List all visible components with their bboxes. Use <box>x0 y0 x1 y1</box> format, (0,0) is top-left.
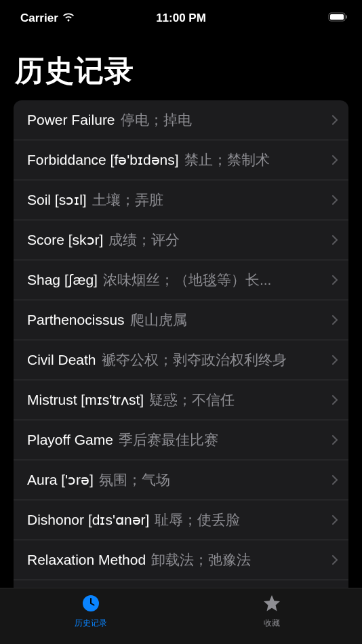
chevron-right-icon <box>332 355 338 365</box>
chevron-right-icon <box>332 315 338 325</box>
list-item-def: 停电；掉电 <box>121 110 192 129</box>
list-item-def: 爬山虎属 <box>130 310 187 329</box>
carrier-label: Carrier <box>20 12 58 25</box>
list-item-term: Forbiddance [fə'bɪdəns] <box>27 152 179 168</box>
list-item-content: Playoff Game 季后赛最佳比赛 <box>27 430 325 449</box>
list-item-term: Power Failure <box>27 112 115 128</box>
history-list: Power Failure 停电；掉电 Forbiddance [fə'bɪdə… <box>14 100 348 620</box>
list-item-def: 耻辱；使丢脸 <box>155 510 240 529</box>
list-item-def: 土壤；弄脏 <box>92 190 163 209</box>
tab-bar: 历史记录 收藏 <box>0 588 362 644</box>
list-item-def: 浓味烟丝；（地毯等）长... <box>103 270 272 289</box>
list-item-def: 褫夺公权；剥夺政治权利终身 <box>102 350 287 369</box>
chevron-right-icon <box>332 195 338 205</box>
chevron-right-icon <box>332 235 338 245</box>
chevron-right-icon <box>332 275 338 285</box>
list-item[interactable]: Soil [sɔɪl] 土壤；弄脏 <box>14 180 348 220</box>
chevron-right-icon <box>332 435 338 445</box>
list-item-term: Relaxation Method <box>27 552 146 568</box>
list-item-def: 季后赛最佳比赛 <box>119 430 218 449</box>
list-item-term: Civil Death <box>27 352 96 368</box>
chevron-right-icon <box>332 475 338 485</box>
tab-favorites[interactable]: 收藏 <box>181 588 362 630</box>
list-item-term: Shag [ʃæg] <box>27 272 98 288</box>
battery-icon <box>328 12 348 25</box>
list-item[interactable]: Power Failure 停电；掉电 <box>14 100 348 140</box>
list-item-term: Aura ['ɔrə] <box>27 472 94 488</box>
list-item-term: Soil [sɔɪl] <box>27 192 87 208</box>
list-item-content: Shag [ʃæg] 浓味烟丝；（地毯等）长... <box>27 270 325 289</box>
star-icon <box>262 594 281 616</box>
chevron-right-icon <box>332 515 338 525</box>
list-item-content: Dishonor [dɪs'ɑnər] 耻辱；使丢脸 <box>27 510 325 529</box>
chevron-right-icon <box>332 115 338 125</box>
svg-rect-2 <box>346 16 348 19</box>
list-item[interactable]: Mistrust [mɪs'trʌst] 疑惑；不信任 <box>14 380 348 420</box>
list-item[interactable]: Civil Death 褫夺公权；剥夺政治权利终身 <box>14 340 348 380</box>
tab-favorites-label: 收藏 <box>264 618 280 629</box>
time-label: 11:00 PM <box>156 12 206 25</box>
list-item-term: Score [skɔr] <box>27 232 103 248</box>
list-item[interactable]: Dishonor [dɪs'ɑnər] 耻辱；使丢脸 <box>14 500 348 540</box>
chevron-right-icon <box>332 555 338 565</box>
list-item-term: Dishonor [dɪs'ɑnər] <box>27 512 149 528</box>
list-item-content: Parthenocissus 爬山虎属 <box>27 310 325 329</box>
list-item[interactable]: Aura ['ɔrə] 氛围；气场 <box>14 460 348 500</box>
list-item-content: Aura ['ɔrə] 氛围；气场 <box>27 470 325 489</box>
status-right <box>328 12 348 25</box>
clock-icon <box>81 594 100 616</box>
list-item[interactable]: Parthenocissus 爬山虎属 <box>14 300 348 340</box>
list-item-term: Playoff Game <box>27 432 113 448</box>
list-item-term: Mistrust [mɪs'trʌst] <box>27 392 144 408</box>
list-item-def: 氛围；气场 <box>99 470 170 489</box>
svg-rect-1 <box>330 14 344 20</box>
list-item[interactable]: Relaxation Method 卸载法；弛豫法 <box>14 540 348 580</box>
list-item-def: 禁止；禁制术 <box>184 150 270 169</box>
chevron-right-icon <box>332 395 338 405</box>
list-item-content: Relaxation Method 卸载法；弛豫法 <box>27 550 325 569</box>
tab-history[interactable]: 历史记录 <box>0 588 181 630</box>
list-item-content: Score [skɔr] 成绩；评分 <box>27 230 325 249</box>
list-item-content: Civil Death 褫夺公权；剥夺政治权利终身 <box>27 350 325 369</box>
list-item-content: Soil [sɔɪl] 土壤；弄脏 <box>27 190 325 209</box>
list-item-def: 疑惑；不信任 <box>149 390 235 409</box>
list-item-def: 成绩；评分 <box>108 230 180 249</box>
list-item[interactable]: Shag [ʃæg] 浓味烟丝；（地毯等）长... <box>14 260 348 300</box>
list-item[interactable]: Playoff Game 季后赛最佳比赛 <box>14 420 348 460</box>
page-title: 历史记录 <box>0 30 362 100</box>
list-item-content: Power Failure 停电；掉电 <box>27 110 325 129</box>
list-item-term: Parthenocissus <box>27 312 125 328</box>
status-left: Carrier <box>20 12 75 25</box>
list-item[interactable]: Score [skɔr] 成绩；评分 <box>14 220 348 260</box>
list-item-def: 卸载法；弛豫法 <box>151 550 251 569</box>
list-item-content: Forbiddance [fə'bɪdəns] 禁止；禁制术 <box>27 150 325 169</box>
list-item-content: Mistrust [mɪs'trʌst] 疑惑；不信任 <box>27 390 325 409</box>
list-item[interactable]: Forbiddance [fə'bɪdəns] 禁止；禁制术 <box>14 140 348 180</box>
tab-history-label: 历史记录 <box>75 618 107 629</box>
chevron-right-icon <box>332 155 338 165</box>
status-bar: Carrier 11:00 PM <box>0 0 362 30</box>
wifi-icon <box>62 12 75 25</box>
